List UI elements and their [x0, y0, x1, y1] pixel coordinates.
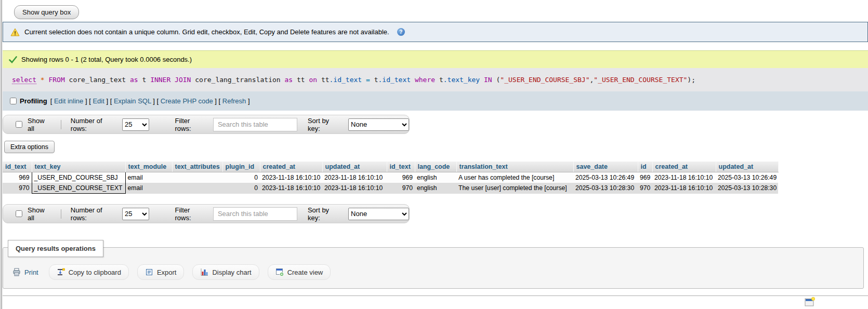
profiling-links: [ Edit inline ] [ Edit ] [ Explain SQL ]… — [50, 97, 250, 105]
show-all-checkbox[interactable] — [16, 210, 22, 217]
header-row: id_texttext_keytext_moduletext_attribute… — [3, 162, 778, 172]
cell-lang_code: english — [415, 183, 456, 194]
divider — [61, 120, 61, 129]
cell-updated_at: 2023-11-18 16:10:10 — [322, 183, 387, 194]
column-header-text_attributes[interactable]: text_attributes — [172, 162, 222, 172]
query-results-operations-fieldset: Query results operations PrintCopy to cl… — [3, 247, 864, 289]
cell-created_at: 2023-11-18 16:10:10 — [652, 172, 716, 183]
table-row: 969_USER_END_COURSE_SBJemail02023-11-18 … — [3, 172, 778, 183]
sql-query-display: select * FROM core_lang_text as t INNER … — [3, 68, 868, 91]
divider — [61, 209, 61, 219]
button-label: Create view — [287, 268, 323, 276]
sql-keyword-link[interactable]: select — [12, 76, 36, 84]
cell-id_text: 969 — [3, 172, 32, 183]
help-icon[interactable]: ? — [397, 28, 405, 36]
show-all-label: Show all — [28, 117, 51, 132]
cell-id_text: 970 — [3, 183, 32, 194]
show-all-checkbox[interactable] — [16, 121, 22, 128]
number-of-rows-label: Number of rows: — [71, 206, 117, 222]
create-view-icon — [275, 268, 284, 276]
cell-text_module: email — [125, 183, 172, 194]
cell-save_date: 2025-03-13 10:26:49 — [573, 172, 638, 183]
sort-by-key-select[interactable]: None — [348, 208, 409, 220]
filter-bar-bottom: Show all Number of rows: 25 Filter rows:… — [3, 204, 410, 223]
divider — [3, 295, 868, 296]
column-header-created_at[interactable]: created_at — [652, 162, 716, 172]
cell-text_key: _USER_END_COURSE_TEXT — [32, 183, 125, 194]
number-of-rows-label: Number of rows: — [71, 117, 117, 132]
filter-bar-top: Show all Number of rows: 25 Filter rows:… — [3, 115, 410, 134]
column-header-updated_at[interactable]: updated_at — [716, 162, 778, 172]
profiling-checkbox[interactable] — [10, 98, 17, 104]
printer-icon — [12, 268, 21, 276]
profiling-link-explain-sql[interactable]: Explain SQL — [114, 97, 151, 105]
number-of-rows-select[interactable]: 25 — [122, 208, 149, 220]
result-summary: Showing rows 0 - 1 (2 total, Query took … — [21, 56, 192, 63]
warning-banner: Current selection does not contain a uni… — [3, 22, 868, 42]
print-button[interactable]: Print — [10, 265, 41, 279]
copy-to-clipboard-button[interactable]: Copy to clipboard — [49, 264, 129, 280]
clipboard-icon — [57, 268, 65, 276]
show-query-box-button[interactable]: Show query box — [14, 5, 79, 19]
cell-plugin_id: 0 — [222, 183, 260, 194]
cell-updated_at: 2025-03-13 10:28:30 — [716, 183, 778, 194]
button-label: Export — [157, 268, 177, 276]
cell-updated_at: 2025-03-13 10:26:49 — [716, 172, 778, 183]
warning-text: Current selection does not contain a uni… — [24, 28, 389, 36]
search-input[interactable] — [213, 118, 297, 131]
search-input[interactable] — [213, 207, 297, 221]
export-button[interactable]: Export — [137, 264, 185, 280]
chart-icon — [200, 268, 208, 276]
warning-icon — [10, 28, 20, 36]
button-label: Display chart — [212, 268, 251, 276]
sort-by-key-select[interactable]: None — [348, 118, 409, 131]
export-icon — [145, 268, 153, 276]
cell-text_key: _USER_END_COURSE_SBJ — [32, 172, 125, 183]
filter-rows-label: Filter rows: — [175, 206, 206, 222]
column-header-id_text[interactable]: id_text — [387, 162, 415, 172]
sort-by-key-label: Sort by key: — [308, 206, 341, 222]
column-header-lang_code[interactable]: lang_code — [415, 162, 456, 172]
column-header-id_text[interactable]: id_text — [3, 162, 32, 172]
cell-created_at: 2023-11-18 16:10:10 — [260, 172, 322, 183]
column-header-created_at[interactable]: created_at — [260, 162, 322, 172]
create-view-button[interactable]: Create view — [268, 264, 331, 280]
column-header-text_module[interactable]: text_module — [125, 162, 172, 172]
profiling-link-create-php-code[interactable]: Create PHP code — [161, 97, 213, 105]
query-window-icon[interactable] — [805, 297, 815, 308]
profiling-link-edit[interactable]: Edit — [93, 97, 104, 105]
frame-border — [0, 0, 2, 309]
column-header-text_key[interactable]: text_key — [32, 162, 125, 172]
cell-plugin_id: 0 — [222, 172, 260, 183]
sql-query-text: select * FROM core_lang_text as t INNER … — [12, 76, 695, 84]
display-chart-button[interactable]: Display chart — [192, 264, 259, 280]
cell-text_attributes — [172, 172, 222, 183]
profiling-link-refresh[interactable]: Refresh — [222, 97, 246, 105]
button-label: Print — [24, 268, 38, 276]
results-table: id_texttext_keytext_moduletext_attribute… — [3, 162, 779, 194]
cell-translation_text: A user has completed the [course] — [456, 172, 573, 183]
cell-save_date: 2025-03-13 10:28:30 — [573, 183, 638, 194]
cell-created_at: 2023-11-18 16:10:10 — [260, 183, 322, 194]
table-row: 970_USER_END_COURSE_TEXTemail02023-11-18… — [3, 183, 778, 194]
number-of-rows-select[interactable]: 25 — [122, 118, 149, 131]
cell-text_module: email — [125, 172, 172, 183]
sort-by-key-label: Sort by key: — [308, 117, 341, 132]
column-header-updated_at[interactable]: updated_at — [322, 162, 387, 172]
column-header-save_date[interactable]: save_date — [573, 162, 638, 172]
button-label: Copy to clipboard — [69, 268, 121, 276]
cell-id_text: 970 — [387, 183, 415, 194]
cell-translation_text: The user [user] completed the [course] — [456, 183, 573, 194]
cell-text_attributes — [172, 183, 222, 194]
column-header-id[interactable]: id — [638, 162, 652, 172]
profiling-link-edit-inline[interactable]: Edit inline — [54, 97, 83, 105]
check-icon — [9, 56, 17, 63]
column-header-translation_text[interactable]: translation_text — [456, 162, 573, 172]
extra-options-button[interactable]: Extra options — [4, 141, 55, 153]
cell-id: 970 — [638, 183, 652, 194]
cell-created_at: 2023-11-18 16:10:10 — [652, 183, 716, 194]
cell-lang_code: english — [415, 172, 456, 183]
profiling-label: Profiling — [20, 97, 47, 105]
cell-updated_at: 2023-11-18 16:10:10 — [322, 172, 387, 183]
column-header-plugin_id[interactable]: plugin_id — [222, 162, 260, 172]
